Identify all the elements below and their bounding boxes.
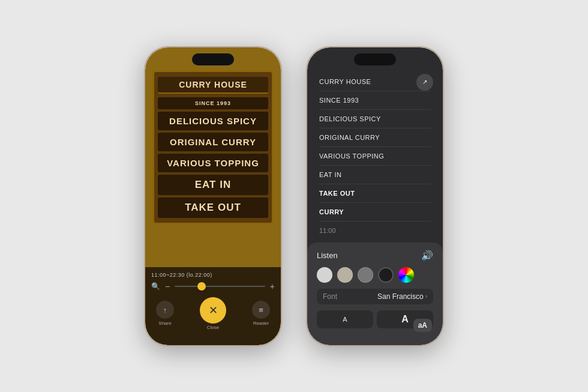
reader-icon: ≡ — [252, 301, 270, 319]
color-white[interactable] — [317, 267, 332, 283]
x-icon: ✕ — [209, 304, 218, 317]
share-button[interactable]: ↑ Share — [156, 301, 174, 326]
zoom-out-icon[interactable]: 🔍 — [151, 282, 160, 291]
color-beige[interactable] — [337, 267, 353, 283]
zoom-row: 🔍 − + — [151, 282, 275, 291]
expand-icon: ↗ — [422, 79, 427, 85]
color-spectrum[interactable] — [398, 267, 414, 283]
zoom-slider[interactable] — [175, 286, 265, 287]
menu-row-since: SINCE 1993 — [158, 97, 268, 109]
action-row: ↑ Share ✕ Close ≡ Reader — [151, 297, 275, 330]
share-label: Share — [158, 321, 171, 326]
left-phone: CURRY HOUSE SINCE 1993 DELICIOUS SPICY O… — [144, 46, 282, 346]
bottom-controls: 11:00~22:30 (lo.22:00) 🔍 − + ↑ Share ✕ — [145, 267, 281, 345]
menu-row-original: ORIGINAL CURRY — [158, 133, 268, 151]
listen-row: Listen 🔊 — [317, 250, 433, 261]
color-black[interactable] — [378, 267, 394, 283]
aa-label: aA — [418, 321, 427, 330]
expand-button[interactable]: ↗ — [416, 74, 433, 91]
list-item-curry-house: CURRY HOUSE — [319, 73, 431, 91]
small-a-label: A — [343, 316, 347, 323]
close-button[interactable]: ✕ Close — [200, 297, 226, 330]
list-item-original: ORIGINAL CURRY — [319, 128, 431, 147]
font-selector[interactable]: Font San Francisco › — [317, 289, 433, 304]
close-label: Close — [207, 325, 219, 330]
reader-button[interactable]: ≡ Reader — [252, 301, 270, 326]
list-item-eatin: EAT IN — [319, 166, 431, 184]
close-circle: ✕ — [200, 297, 226, 324]
menu-row-various: VARIOUS TOPPING — [158, 154, 268, 172]
bottom-panel: Listen 🔊 Font San Francisco › A — [307, 243, 443, 345]
dynamic-island-left — [192, 53, 234, 65]
large-a-label: A — [401, 314, 409, 325]
color-gray[interactable] — [358, 267, 373, 283]
chevron-right-icon: › — [425, 293, 427, 300]
list-item-various: VARIOUS TOPPING — [319, 147, 431, 166]
zoom-minus[interactable]: − — [165, 282, 170, 291]
speaker-icon[interactable]: 🔊 — [421, 250, 433, 261]
menu-sign: CURRY HOUSE SINCE 1993 DELICIOUS SPICY O… — [152, 70, 274, 225]
list-item-partial: 11:00 — [319, 222, 431, 234]
listen-label: Listen — [317, 251, 338, 260]
right-screen: CURRY HOUSE SINCE 1993 DELICIOUS SPICY O… — [307, 47, 443, 345]
zoom-plus[interactable]: + — [270, 282, 275, 291]
font-value-row: San Francisco › — [377, 292, 427, 301]
time-display: 11:00~22:30 (lo.22:00) — [151, 272, 212, 278]
font-label: Font — [323, 292, 337, 301]
menu-row-delicious: DELICIOUS SPICY — [158, 112, 268, 130]
list-item-since: SINCE 1993 — [319, 91, 431, 110]
menu-row-takeout: TAKE OUT — [158, 198, 268, 218]
list-item-curry: CURRY — [319, 203, 431, 222]
left-screen: CURRY HOUSE SINCE 1993 DELICIOUS SPICY O… — [145, 47, 281, 345]
font-name: San Francisco — [377, 292, 424, 301]
dynamic-island-right — [354, 53, 396, 65]
menu-row-title: CURRY HOUSE — [158, 77, 268, 94]
list-item-delicious: DELICIOUS SPICY — [319, 110, 431, 128]
detected-text-list: CURRY HOUSE SINCE 1993 DELICIOUS SPICY O… — [319, 73, 431, 234]
menu-row-eatin: EAT IN — [158, 175, 268, 195]
color-options — [317, 267, 433, 283]
list-item-takeout: TAKE OUT — [319, 184, 431, 203]
share-icon: ↑ — [156, 301, 174, 319]
zoom-thumb — [197, 282, 206, 291]
decrease-font-button[interactable]: A — [317, 310, 373, 328]
right-phone: CURRY HOUSE SINCE 1993 DELICIOUS SPICY O… — [306, 46, 444, 346]
reader-label: Reader — [253, 321, 269, 326]
aa-button[interactable]: aA — [413, 319, 432, 332]
